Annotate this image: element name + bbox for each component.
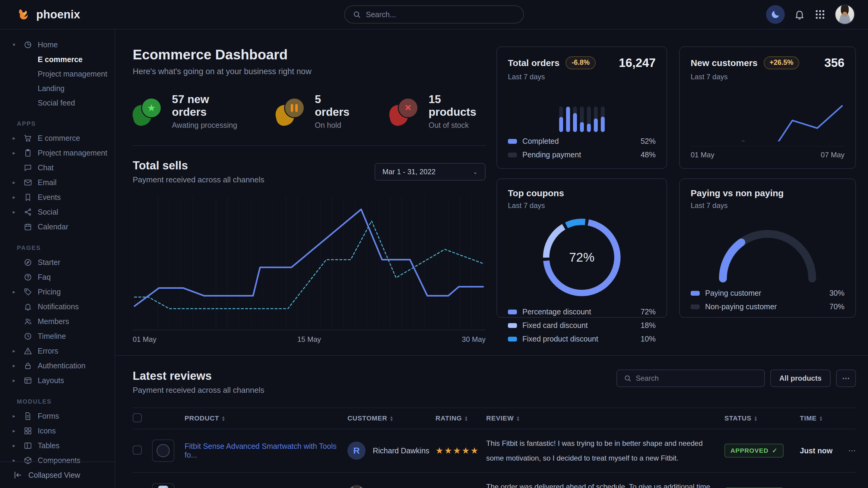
sidebar-item-pricing[interactable]: ▸Pricing <box>0 285 115 299</box>
global-search-input[interactable] <box>366 10 516 19</box>
apps-grid-button[interactable] <box>814 9 826 20</box>
date-range-select[interactable]: Mar 1 - 31, 2022 ⌄ <box>375 163 486 181</box>
legend-swatch <box>508 153 517 157</box>
sidebar-item-errors[interactable]: ▸Errors <box>0 344 115 358</box>
new-customers-x-axis: 01 May 07 May <box>691 151 844 159</box>
sidebar-item-chat[interactable]: Chat <box>0 160 115 175</box>
select-all-checkbox[interactable] <box>133 413 142 422</box>
caret-right-icon: ▸ <box>13 363 18 369</box>
latest-reviews-section: Latest reviews Payment received across a… <box>115 356 868 488</box>
sidebar-item-starter[interactable]: Starter <box>0 255 115 270</box>
customer-avatar[interactable] <box>347 485 366 488</box>
legend-row: Non-paying customer 70% <box>691 302 844 311</box>
user-avatar[interactable] <box>835 4 855 24</box>
product-thumbnail-iphone[interactable] <box>152 483 174 488</box>
order-bar <box>587 106 591 132</box>
legend-label: Paying customer <box>705 289 761 297</box>
sidebar-item-tables[interactable]: ▸Tables <box>0 438 115 453</box>
customer-avatar[interactable]: R <box>347 442 366 460</box>
sidebar-item-e-commerce[interactable]: E commerce <box>0 52 115 67</box>
pause-icon <box>276 98 305 125</box>
chevron-down-icon: ⌄ <box>473 168 478 175</box>
product-thumbnail-smartwatch[interactable] <box>152 440 174 462</box>
caret-right-icon: ▸ <box>13 348 18 354</box>
legend-swatch <box>508 337 517 341</box>
x-tick: 01 May <box>691 151 714 159</box>
sidebar-item-e-commerce[interactable]: ▸E commerce <box>0 131 115 145</box>
x-tick: 07 May <box>820 151 844 159</box>
paying-vs-nonpaying-card: Paying vs non paying Last 7 days Paying … <box>679 178 856 318</box>
layout-icon <box>24 376 32 385</box>
column-header-review[interactable]: REVIEW▴▾ <box>486 415 712 422</box>
share-icon <box>24 208 32 217</box>
sidebar-item-home[interactable]: ▾Home <box>0 37 115 52</box>
sidebar-group-apps: APPS <box>17 120 115 127</box>
bell-icon <box>24 302 32 311</box>
product-link[interactable]: Fitbit Sense Advanced Smartwatch with To… <box>185 442 347 459</box>
sidebar-item-forms[interactable]: ▸Forms <box>0 409 115 423</box>
coupons-donut-chart: 72% <box>536 212 627 303</box>
new-orders-icon: ★ <box>133 98 162 125</box>
sidebar-item-events[interactable]: ▸Events <box>0 190 115 205</box>
total-orders-card: Total orders -6.8% 16,247 Last 7 days Co… <box>496 46 667 169</box>
table-row: iPhone 13 pro max-Pacific Blue-128GB sto… <box>133 473 856 488</box>
row-menu-button[interactable]: ⋯ <box>848 446 856 455</box>
more-options-button[interactable]: ⋯ <box>836 369 856 387</box>
total-sells-chart <box>133 196 486 330</box>
sidebar-item-layouts[interactable]: ▸Layouts <box>0 373 115 388</box>
theme-toggle-button[interactable] <box>766 5 785 24</box>
global-search[interactable] <box>344 5 524 24</box>
top-coupons-card: Top coupons Last 7 days 72% Percentage d… <box>496 178 667 318</box>
all-products-button[interactable]: All products <box>770 369 831 387</box>
review-text: The order was delivered ahead of schedul… <box>486 479 712 488</box>
reviews-search[interactable] <box>617 369 765 387</box>
dashboard-left-column: Ecommerce Dashboard Here's what's going … <box>133 46 486 344</box>
sidebar-item-authentication[interactable]: ▸Authentication <box>0 358 115 373</box>
notifications-button[interactable] <box>794 9 805 20</box>
sidebar-item-social-feed[interactable]: Social feed <box>0 96 115 110</box>
legend-label: Fixed product discount <box>522 334 598 343</box>
legend-swatch <box>691 304 700 309</box>
sidebar: ▾HomeE commerceProject managementLanding… <box>0 30 115 488</box>
sidebar-item-members[interactable]: Members <box>0 314 115 329</box>
order-bar <box>573 106 577 132</box>
table-row: Fitbit Sense Advanced Smartwatch with To… <box>133 429 856 473</box>
sidebar-item-faq[interactable]: Faq <box>0 270 115 285</box>
sidebar-item-calendar[interactable]: Calendar <box>0 220 115 234</box>
sidebar-item-timeline[interactable]: Timeline <box>0 329 115 344</box>
clipboard-icon <box>24 149 32 157</box>
stat-orders-on-hold: 5 orders On hold <box>276 93 354 130</box>
column-header-product[interactable]: PRODUCT▴▾ <box>152 415 224 422</box>
column-header-customer[interactable]: CUSTOMER▴▾ <box>347 415 392 422</box>
grid-icon <box>24 426 32 435</box>
column-header-status[interactable]: STATUS▴▾ <box>724 415 800 422</box>
reviews-search-input[interactable] <box>636 374 757 383</box>
check-icon: ✓ <box>772 447 778 454</box>
card-title: Total orders <box>508 58 559 68</box>
stat-caption: On hold <box>315 121 354 130</box>
sidebar-item-project-management[interactable]: ▸Project management <box>0 145 115 160</box>
navbar-actions <box>766 4 855 24</box>
sidebar-item-email[interactable]: ▸Email <box>0 175 115 190</box>
change-badge: +26.5% <box>764 56 800 69</box>
sidebar-item-project-management[interactable]: Project management <box>0 67 115 81</box>
review-text: This Fitbit is fantastic! I was trying t… <box>486 436 712 465</box>
order-bar <box>594 106 598 132</box>
sidebar-item-landing[interactable]: Landing <box>0 81 115 96</box>
caret-right-icon: ▸ <box>13 209 18 215</box>
collapsed-view-toggle[interactable]: Collapsed View <box>0 461 115 488</box>
caret-right-icon: ▸ <box>13 378 18 384</box>
pie-chart-icon <box>24 40 32 49</box>
sidebar-item-social[interactable]: ▸Social <box>0 205 115 220</box>
caret-right-icon: ▸ <box>13 150 18 156</box>
sidebar-item-notifications[interactable]: Notifications <box>0 299 115 314</box>
legend-swatch <box>508 139 517 144</box>
calendar-icon <box>24 223 32 231</box>
card-period: Last 7 days <box>508 73 656 81</box>
brand-logo[interactable]: phoenix <box>17 7 80 22</box>
column-header-time[interactable]: TIME▴▾ <box>800 415 839 422</box>
column-header-rating[interactable]: RATING▴▾ <box>435 415 486 422</box>
row-checkbox[interactable] <box>133 446 142 455</box>
sidebar-item-icons[interactable]: ▸Icons <box>0 423 115 438</box>
sort-icon: ▴▾ <box>754 416 757 421</box>
